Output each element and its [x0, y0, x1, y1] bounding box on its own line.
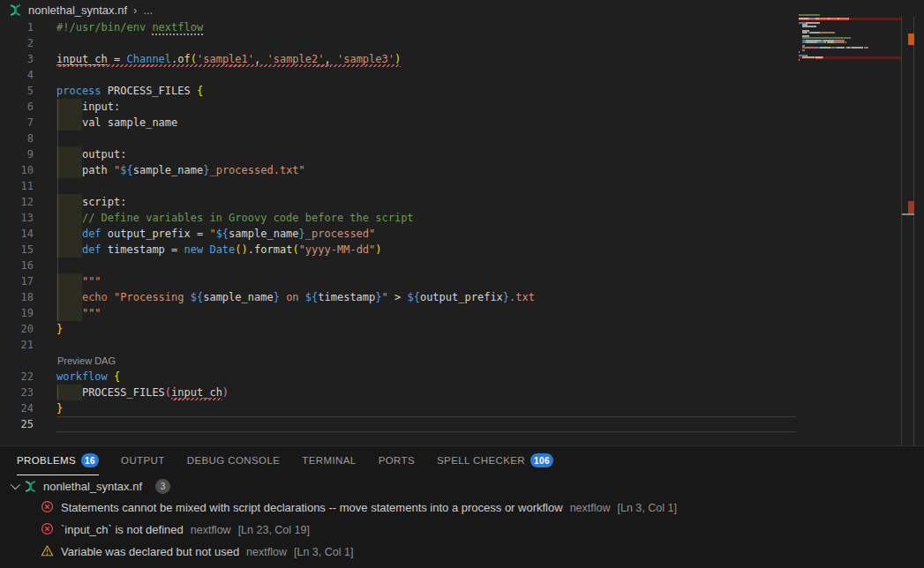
- indent-spaces: [56, 386, 82, 399]
- code-line[interactable]: 16: [0, 258, 924, 273]
- code-line-content[interactable]: def output_prefix = "${sample_name}_proc…: [56, 226, 796, 242]
- line-number: 1: [0, 19, 56, 35]
- code-line[interactable]: 5process PROCESS_FILES {: [0, 83, 924, 99]
- code-token: val sample_name: [82, 116, 177, 129]
- code-token: timestamp =: [108, 243, 184, 256]
- code-line-content[interactable]: [56, 35, 796, 51]
- code-token: (: [191, 53, 197, 65]
- code-token: ${: [191, 291, 203, 303]
- bottom-panel: PROBLEMS16OUTPUTDEBUG CONSOLETERMINALPOR…: [0, 445, 924, 568]
- code-line[interactable]: 3input_ch = Channel.of('sample1', 'sampl…: [0, 51, 924, 67]
- code-line-content[interactable]: // Define variables in Groovy code befor…: [56, 210, 796, 226]
- minimap-code-segment: [823, 56, 823, 58]
- code-token: """: [82, 307, 101, 319]
- code-line[interactable]: 1#!/usr/bin/env nextflow: [0, 19, 924, 35]
- tab-output[interactable]: OUTPUT: [121, 446, 165, 475]
- code-line-content[interactable]: process PROCESS_FILES {: [56, 83, 796, 99]
- tab-badge: 106: [530, 453, 553, 467]
- code-line[interactable]: 6 input:: [0, 99, 924, 115]
- code-line-content[interactable]: echo "Processing ${sample_name} on ${tim…: [56, 289, 796, 305]
- code-line[interactable]: 23 PROCESS_FILES(input_ch): [0, 385, 924, 400]
- code-token: timestamp: [318, 291, 375, 303]
- code-line[interactable]: 2: [0, 35, 924, 51]
- code-line-content[interactable]: input:: [56, 99, 796, 115]
- breadcrumb-more[interactable]: ...: [143, 4, 153, 17]
- code-line-content[interactable]: [56, 258, 796, 273]
- tab-terminal[interactable]: TERMINAL: [302, 446, 356, 475]
- code-line-content[interactable]: output:: [56, 146, 796, 162]
- problem-row[interactable]: Statements cannot be mixed with script d…: [0, 497, 924, 519]
- tab-debug-console[interactable]: DEBUG CONSOLE: [187, 446, 281, 475]
- problem-message: `input_ch` is not defined: [61, 523, 184, 536]
- code-line-content[interactable]: }: [56, 400, 796, 416]
- code-line-content[interactable]: [56, 67, 796, 83]
- code-token: path: [82, 164, 114, 176]
- code-line[interactable]: 17 """: [0, 273, 924, 289]
- tab-ports[interactable]: PORTS: [379, 446, 415, 475]
- code-line-content[interactable]: [56, 131, 796, 146]
- code-line[interactable]: 13 // Define variables in Groovy code be…: [0, 210, 924, 226]
- minimap-code-segment: [799, 18, 806, 19]
- problem-row[interactable]: `input_ch` is not definednextflow[Ln 23,…: [0, 519, 924, 541]
- code-line[interactable]: 11: [0, 178, 924, 194]
- line-number: 25: [0, 416, 56, 432]
- code-line[interactable]: 10 path "${sample_name}_processed.txt": [0, 162, 924, 178]
- code-token: workflow: [56, 370, 114, 383]
- problems-file-group[interactable]: nonlethal_syntax.nf 3: [0, 475, 924, 497]
- minimap-code-segment: [802, 26, 816, 27]
- code-line[interactable]: 19 """: [0, 305, 924, 321]
- breadcrumb-file-name[interactable]: nonlethal_syntax.nf: [28, 4, 127, 17]
- minimap-code-segment: [845, 41, 846, 43]
- code-token: format: [254, 243, 292, 256]
- code-line-content[interactable]: }: [56, 321, 796, 337]
- code-line[interactable]: 21: [0, 337, 924, 353]
- line-number: 19: [0, 305, 56, 321]
- code-editor[interactable]: 1#!/usr/bin/env nextflow23input_ch = Cha…: [0, 19, 924, 445]
- codelens-preview-dag[interactable]: Preview DAG: [0, 353, 924, 369]
- code-line[interactable]: 14 def output_prefix = "${sample_name}_p…: [0, 226, 924, 242]
- code-line-content[interactable]: val sample_name: [56, 115, 796, 131]
- code-line[interactable]: 15 def timestamp = new Date().format("yy…: [0, 242, 924, 258]
- code-line[interactable]: 9 output:: [0, 146, 924, 162]
- code-line-content[interactable]: """: [56, 273, 796, 289]
- code-line[interactable]: 12 script:: [0, 194, 924, 210]
- code-line-content[interactable]: workflow {: [56, 369, 796, 385]
- minimap[interactable]: [799, 14, 901, 69]
- line-number: 15: [0, 242, 56, 258]
- code-line[interactable]: 18 echo "Processing ${sample_name} on ${…: [0, 289, 924, 305]
- code-line-content[interactable]: def timestamp = new Date().format("yyyy-…: [56, 242, 796, 258]
- minimap-code-segment: [799, 14, 813, 16]
- code-token: ${: [216, 228, 229, 240]
- code-token: process: [56, 85, 108, 97]
- code-line-content[interactable]: path "${sample_name}_processed.txt": [56, 162, 796, 178]
- code-line[interactable]: 25: [0, 416, 924, 432]
- code-line-content[interactable]: script:: [56, 194, 796, 210]
- code-token: ${: [120, 164, 132, 176]
- code-line[interactable]: 4: [0, 67, 924, 83]
- indent-guide: [57, 131, 58, 146]
- problem-row[interactable]: Variable was declared but not usednextfl…: [0, 541, 924, 563]
- code-line[interactable]: 22workflow {: [0, 369, 924, 385]
- code-line-content[interactable]: [56, 337, 796, 353]
- tab-spell-checker[interactable]: SPELL CHECKER106: [437, 446, 553, 475]
- code-token: ": [209, 228, 215, 240]
- code-token: ${: [407, 291, 419, 303]
- tab-problems[interactable]: PROBLEMS16: [17, 446, 99, 475]
- code-line[interactable]: 24}: [0, 400, 924, 416]
- code-line-content[interactable]: """: [56, 305, 796, 321]
- code-line-content[interactable]: PROCESS_FILES(input_ch): [56, 385, 796, 400]
- code-token: ): [375, 243, 381, 256]
- code-line-content[interactable]: [56, 178, 796, 194]
- code-line[interactable]: 7 val sample_name: [0, 115, 924, 131]
- code-token: input_ch: [56, 53, 108, 65]
- tab-label: PROBLEMS: [17, 455, 76, 466]
- code-line-content[interactable]: #!/usr/bin/env nextflow: [56, 19, 796, 35]
- code-line-content[interactable]: [56, 416, 796, 432]
- chevron-down-icon[interactable]: [11, 480, 20, 490]
- code-line[interactable]: 20}: [0, 321, 924, 337]
- breadcrumb-chevron-icon: ›: [133, 4, 137, 17]
- code-line-content[interactable]: input_ch = Channel.of('sample1', 'sample…: [56, 51, 796, 67]
- problems-list: Statements cannot be mixed with script d…: [0, 497, 924, 563]
- code-line[interactable]: 8: [0, 131, 924, 146]
- indent-spaces: [56, 275, 82, 288]
